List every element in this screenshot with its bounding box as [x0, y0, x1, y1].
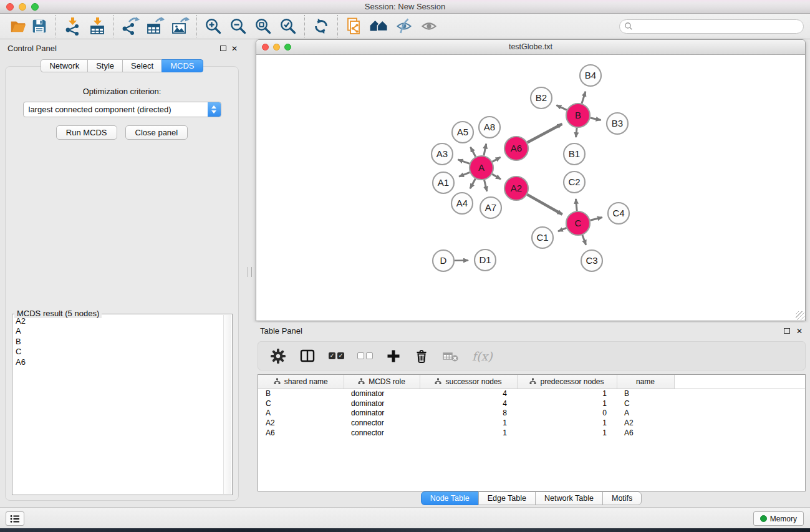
edge-B-B1[interactable] [576, 128, 577, 137]
cell[interactable]: dominator [344, 389, 420, 399]
node-A8[interactable]: A8 [479, 117, 500, 138]
open-session-button[interactable] [7, 16, 29, 37]
result-item[interactable]: C [13, 347, 223, 357]
import-network-button[interactable] [62, 16, 83, 37]
memory-button[interactable]: Memory [753, 511, 804, 526]
import-table-button[interactable] [87, 16, 108, 37]
table-row[interactable]: Cdominator41C [258, 399, 805, 409]
deselect-all-columns-button[interactable] [357, 352, 373, 359]
cell[interactable]: 1 [420, 428, 517, 438]
node-B1[interactable]: B1 [564, 143, 585, 165]
edge-A2-C[interactable] [527, 195, 562, 215]
tab-select[interactable]: Select [122, 59, 162, 72]
show-graphics-button[interactable] [418, 16, 440, 37]
cell[interactable]: A [617, 409, 674, 418]
edge-A-A6[interactable] [492, 157, 500, 162]
tab-edge-table[interactable]: Edge Table [478, 491, 536, 505]
edge-C-C4[interactable] [590, 217, 602, 220]
cell[interactable]: 4 [420, 399, 517, 409]
cell[interactable]: 1 [420, 418, 517, 428]
edge-A-A4[interactable] [470, 179, 476, 189]
node-C2[interactable]: C2 [564, 172, 585, 193]
result-scrollbar[interactable] [223, 315, 231, 494]
node-C1[interactable]: C1 [532, 227, 553, 248]
result-item[interactable]: A [13, 326, 223, 336]
apply-layout-button[interactable] [311, 16, 332, 37]
optimization-dropdown[interactable]: largest connected component (directed) [23, 102, 221, 117]
tab-mcds[interactable]: MCDS [162, 59, 203, 72]
edge-A-A3[interactable] [458, 160, 470, 164]
cell[interactable]: B [258, 389, 344, 399]
edge-B-B2[interactable] [556, 105, 567, 110]
node-C4[interactable]: C4 [608, 203, 629, 224]
node-B3[interactable]: B3 [607, 113, 628, 134]
edge-A-A8[interactable] [484, 143, 486, 155]
zoom-selected-button[interactable] [277, 16, 299, 37]
close-table-panel-icon[interactable] [796, 326, 803, 336]
node-B4[interactable]: B4 [580, 65, 601, 86]
node-A4[interactable]: A4 [451, 193, 473, 214]
run-mcds-button[interactable]: Run MCDS [56, 125, 117, 140]
column-header-name[interactable]: name [617, 375, 674, 389]
edge-B-B4[interactable] [582, 92, 586, 104]
node-A6[interactable]: A6 [504, 137, 528, 160]
export-image-button[interactable] [170, 16, 191, 37]
tab-style[interactable]: Style [87, 59, 123, 72]
node-A2[interactable]: A2 [504, 177, 528, 200]
node-A5[interactable]: A5 [452, 122, 473, 143]
column-header-successor-nodes[interactable]: successor nodes [420, 375, 517, 389]
cell[interactable]: A [258, 409, 344, 418]
table-row[interactable]: A6connector11A6 [258, 428, 805, 438]
table-row[interactable]: Adominator80A [258, 409, 805, 418]
tab-network[interactable]: Network [41, 59, 88, 72]
cell[interactable]: A2 [617, 418, 674, 428]
network-graph[interactable]: AA1A2A3A4A5A6A7A8BB1B2B3B4CC1C2C3C4DD1 [256, 55, 805, 321]
cell[interactable]: connector [344, 418, 420, 428]
edge-A-A2[interactable] [492, 174, 501, 179]
edge-A-A5[interactable] [471, 147, 476, 157]
cell[interactable]: 4 [420, 389, 517, 399]
node-D[interactable]: D [433, 250, 454, 271]
session-home-button[interactable] [369, 16, 390, 37]
node-A7[interactable]: A7 [480, 197, 501, 218]
export-table-button[interactable] [145, 16, 166, 37]
edge-A6-B[interactable] [528, 124, 562, 143]
cell[interactable]: 0 [517, 409, 617, 418]
edge-A-A1[interactable] [459, 172, 470, 177]
delete-column-button[interactable] [414, 349, 429, 364]
add-column-button[interactable] [386, 349, 401, 364]
node-table[interactable]: shared nameMCDS rolesuccessor nodesprede… [258, 374, 806, 491]
cell[interactable]: A6 [617, 428, 674, 438]
cell[interactable]: connector [344, 428, 420, 438]
node-A[interactable]: A [470, 156, 493, 180]
edge-B-B3[interactable] [591, 118, 601, 120]
save-session-button[interactable] [29, 16, 50, 37]
edge-A-A7[interactable] [485, 180, 487, 191]
search-input[interactable] [633, 21, 803, 32]
node-C3[interactable]: C3 [581, 250, 602, 271]
window-resize-grip[interactable] [796, 311, 804, 320]
table-row[interactable]: Bdominator41B [258, 389, 805, 399]
result-item[interactable]: A2 [13, 316, 223, 326]
cell[interactable]: 1 [517, 399, 617, 409]
column-header-predecessor-nodes[interactable]: predecessor nodes [517, 375, 617, 389]
node-B2[interactable]: B2 [531, 87, 552, 109]
float-panel-icon[interactable] [220, 46, 226, 51]
node-D1[interactable]: D1 [475, 249, 496, 271]
edge-C-C1[interactable] [558, 228, 566, 231]
result-item[interactable]: A6 [13, 357, 223, 367]
hide-graphics-button[interactable] [393, 16, 415, 37]
zoom-fit-button[interactable] [253, 16, 274, 37]
float-table-panel-icon[interactable] [784, 328, 790, 334]
cell[interactable]: A2 [258, 418, 344, 428]
node-B[interactable]: B [566, 104, 590, 127]
result-item[interactable]: B [13, 337, 223, 347]
network-document-button[interactable] [344, 16, 365, 37]
show-column-panel-button[interactable] [299, 348, 316, 364]
edge-C-C3[interactable] [582, 235, 586, 245]
zoom-in-button[interactable] [203, 16, 224, 37]
network-window-titlebar[interactable]: testGlobe.txt [256, 40, 805, 55]
column-header-MCDS-role[interactable]: MCDS role [344, 375, 420, 389]
tab-motifs[interactable]: Motifs [602, 491, 642, 505]
cell[interactable]: A6 [258, 428, 344, 438]
